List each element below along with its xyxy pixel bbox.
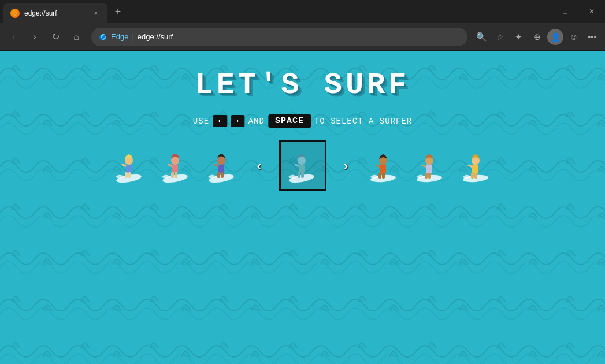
svg-rect-21	[298, 172, 300, 178]
edge-brand-text: Edge	[111, 32, 128, 41]
svg-rect-29	[426, 164, 432, 174]
game-title: LET'S SURF	[195, 68, 410, 102]
add-button[interactable]: ⊕	[529, 29, 545, 45]
svg-rect-17	[221, 172, 224, 178]
right-arrow-icon: ›	[344, 158, 348, 174]
surfer-7[interactable]	[458, 147, 493, 184]
svg-rect-26	[378, 173, 381, 179]
svg-rect-36	[471, 173, 474, 179]
surfers-row: ‹ ›	[113, 140, 493, 191]
svg-point-20	[298, 157, 306, 165]
profile-avatar: 👤	[551, 32, 561, 42]
reload-button[interactable]: ↻	[46, 28, 65, 46]
svg-rect-34	[472, 164, 478, 174]
title-bar-left: edge://surf × +	[0, 0, 126, 23]
tab-favicon	[10, 9, 20, 18]
back-icon: ‹	[12, 32, 15, 42]
favorite-button[interactable]: ☆	[492, 29, 508, 45]
more-button[interactable]: •••	[584, 29, 600, 45]
close-button[interactable]: ✕	[578, 0, 605, 23]
surfer-next-button[interactable]: ›	[338, 158, 354, 174]
left-arrow-icon: ‹	[257, 158, 262, 174]
tab-title: edge://surf	[24, 9, 87, 17]
active-tab[interactable]: edge://surf ×	[3, 3, 107, 23]
end-label: TO SELECT A SURFER	[314, 117, 412, 126]
svg-rect-32	[428, 173, 431, 179]
new-tab-button[interactable]: +	[110, 3, 126, 20]
surfer-4-selected[interactable]	[279, 140, 326, 191]
forward-icon: ›	[33, 32, 36, 42]
window-controls: ─ □ ✕	[525, 0, 605, 23]
svg-rect-14	[218, 164, 224, 173]
svg-point-10	[171, 157, 179, 165]
surfer-3[interactable]	[205, 147, 240, 184]
svg-rect-9	[172, 164, 178, 173]
surfer-2-svg	[159, 147, 194, 184]
svg-rect-24	[380, 164, 386, 174]
back-button[interactable]: ‹	[5, 28, 23, 46]
and-label: AND	[248, 117, 265, 126]
maximize-button[interactable]: □	[552, 0, 578, 23]
use-label: USE	[193, 117, 209, 126]
profile-button[interactable]: 👤	[547, 29, 563, 45]
svg-rect-19	[299, 164, 305, 173]
svg-rect-27	[382, 173, 385, 179]
reload-icon: ↻	[52, 31, 60, 42]
forward-button[interactable]: ›	[25, 28, 44, 46]
svg-rect-4	[126, 164, 132, 173]
svg-rect-37	[474, 173, 477, 179]
surfer-6-svg	[412, 147, 447, 184]
surfer-1[interactable]	[113, 147, 147, 184]
left-key-badge: ‹	[213, 115, 227, 127]
surfer-2[interactable]	[159, 147, 194, 184]
svg-rect-22	[301, 172, 304, 178]
title-bar: edge://surf × + ─ □ ✕	[0, 0, 605, 23]
tab-close-button[interactable]: ×	[91, 9, 101, 18]
emoji-button[interactable]: ☺	[566, 29, 582, 45]
address-input[interactable]: Edge | edge://surf	[91, 28, 467, 46]
edge-logo-icon	[98, 32, 107, 42]
svg-rect-7	[128, 172, 131, 178]
minimize-button[interactable]: ─	[525, 0, 552, 23]
surfer-7-svg	[458, 147, 493, 184]
svg-rect-11	[171, 172, 174, 178]
address-url-text: edge://surf	[138, 32, 173, 41]
right-key-badge: ›	[231, 115, 245, 127]
surfer-3-svg	[205, 147, 240, 184]
svg-rect-6	[125, 172, 128, 178]
collections-button[interactable]: ✦	[510, 29, 526, 45]
surfer-prev-button[interactable]: ‹	[251, 158, 268, 174]
surfer-4-svg	[285, 147, 320, 184]
surfer-1-svg	[113, 147, 147, 184]
surfer-6[interactable]	[412, 147, 447, 184]
game-area: LET'S SURF USE ‹ › AND SPACE TO SELECT A…	[0, 51, 605, 364]
svg-rect-12	[175, 172, 177, 178]
svg-rect-16	[217, 172, 220, 178]
home-icon: ⌂	[73, 32, 79, 42]
address-bar: ‹ › ↻ ⌂ Edge | edge://surf 🔍 ☆ ✦ ⊕ 👤 ☺ •…	[0, 23, 605, 51]
home-button[interactable]: ⌂	[67, 28, 86, 46]
space-key-badge: SPACE	[268, 114, 311, 128]
address-separator: |	[132, 32, 133, 41]
search-icon-button[interactable]: 🔍	[473, 29, 489, 45]
surfer-5[interactable]	[366, 147, 400, 184]
svg-rect-31	[425, 173, 428, 179]
surfer-5-svg	[366, 147, 400, 184]
svg-point-15	[217, 157, 225, 165]
game-instructions: USE ‹ › AND SPACE TO SELECT A SURFER	[193, 114, 412, 128]
